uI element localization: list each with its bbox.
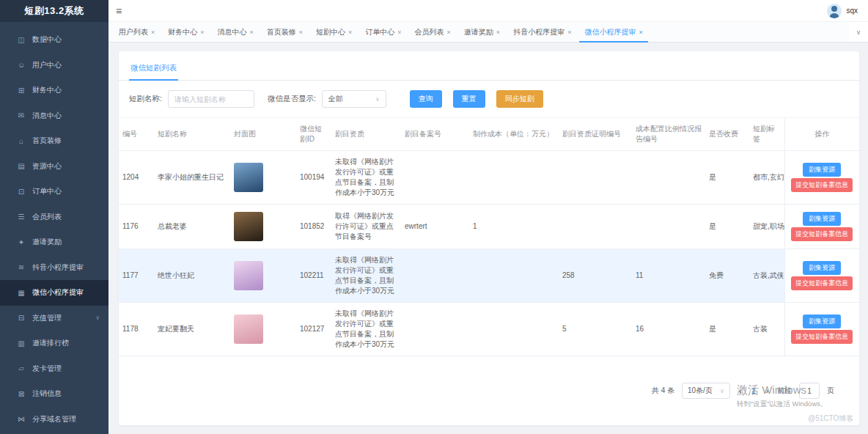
tab-label: 消息中心 (218, 27, 247, 37)
episodes-resource-button[interactable]: 剧集资源 (803, 261, 841, 275)
tab-用户列表[interactable]: 用户列表× (112, 22, 161, 42)
close-tab-icon[interactable]: × (348, 29, 352, 36)
episodes-resource-button[interactable]: 剧集资源 (803, 212, 841, 226)
page-number[interactable]: 1 (750, 387, 757, 395)
page-size-select[interactable]: 10条/页 ∨ (682, 383, 730, 399)
sidebar-item-member-list[interactable]: ☰会员列表 (0, 205, 108, 230)
tab-首页装修[interactable]: 首页装修× (260, 22, 309, 42)
card-icon: ▱ (16, 364, 26, 372)
tab-财务中心[interactable]: 财务中心× (161, 22, 210, 42)
sidebar-item-finance-center[interactable]: ⊞财务中心 (0, 78, 108, 103)
column-header: 剧目备案号 (401, 118, 469, 151)
drama-name-input[interactable] (168, 90, 254, 108)
cell (401, 303, 469, 356)
sidebar-item-invite-rank[interactable]: ▥邀请排行榜 (0, 331, 108, 356)
user-icon: ☺ (16, 61, 26, 69)
tab-label: 抖音小程序提审 (513, 27, 564, 37)
close-tab-icon[interactable]: × (151, 29, 155, 36)
close-tab-icon[interactable]: × (299, 29, 303, 36)
sidebar-item-label: 订单中心 (32, 186, 62, 196)
sidebar-item-label: 消息中心 (32, 111, 62, 121)
sidebar-item-wechat-review[interactable]: ▦微信小程序提审 (0, 280, 108, 306)
tab-邀请奖励[interactable]: 邀请奖励× (457, 22, 507, 42)
cover-image[interactable] (234, 261, 263, 290)
sync-drama-button[interactable]: 同步短剧 (496, 90, 543, 108)
user-menu[interactable]: sqx (827, 4, 858, 18)
column-header: 是否收费 (705, 118, 749, 151)
cell-cover (230, 205, 296, 249)
cell: 1204 (119, 151, 154, 205)
close-tab-icon[interactable]: × (397, 29, 401, 36)
tab-label: 用户列表 (119, 27, 148, 37)
sidebar-item-label: 发卡管理 (32, 364, 62, 374)
cell-cover (230, 303, 296, 356)
pagination: 共 4 条 10条/页 ∨ ‹ 1 › 前往 页 (652, 383, 834, 399)
close-tab-icon[interactable]: × (447, 29, 451, 36)
prev-page-icon[interactable]: ‹ (738, 387, 743, 395)
wechat-display-select[interactable]: 全部 ∨ (322, 90, 386, 108)
reset-button[interactable]: 重置 (453, 90, 485, 108)
sidebar-item-logout-info[interactable]: ⊠注销信息 (0, 381, 108, 407)
table-header-row: 编号短剧名称封面图微信短剧ID剧目资质剧目备案号制作成本（单位：万元）剧目资质证… (119, 118, 859, 151)
sidebar-item-label: 分享域名管理 (32, 414, 76, 424)
cover-image[interactable] (234, 163, 263, 192)
tab-label: 短剧中心 (316, 27, 345, 37)
close-tab-icon[interactable]: × (250, 29, 254, 36)
submit-filing-button[interactable]: 提交短剧备案信息 (791, 227, 853, 241)
sidebar-item-invite-reward[interactable]: ✦邀请奖励 (0, 229, 108, 255)
sidebar-item-resource-center[interactable]: ▤资源中心 (0, 154, 108, 180)
hamburger-menu-icon[interactable]: ≡ (116, 5, 122, 17)
sidebar-item-card-manage[interactable]: ▱发卡管理 (0, 356, 108, 382)
search-button[interactable]: 查询 (410, 90, 442, 108)
sidebar-item-user-center[interactable]: ☺用户中心 (0, 53, 108, 78)
tab-label: 微信小程序提审 (584, 27, 636, 37)
cell: 未取得《网络剧片发行许可证》或重点节目备案，且制作成本小于30万元 (331, 249, 401, 303)
panel-card: 微信短剧列表 短剧名称: 微信是否显示: 全部 ∨ 查询 重置 同步短剧 (119, 51, 859, 425)
submit-filing-button[interactable]: 提交短剧备案信息 (791, 178, 853, 192)
chevron-down-icon: ∨ (375, 96, 380, 103)
goto-page-input[interactable] (799, 383, 820, 399)
cover-image[interactable] (234, 315, 263, 344)
panel-tab-row: 微信短剧列表 (119, 51, 859, 81)
cell: 免费 (705, 249, 749, 303)
submit-filing-button[interactable]: 提交短剧备案信息 (791, 276, 853, 290)
cell: 是 (705, 205, 749, 249)
tab-会员列表[interactable]: 会员列表× (408, 22, 457, 42)
tab-消息中心[interactable]: 消息中心× (211, 22, 260, 42)
tab-抖音小程序提审[interactable]: 抖音小程序提审× (507, 22, 578, 42)
cell: 102127 (296, 303, 331, 356)
cell: 甜宠,职场 (749, 205, 784, 249)
close-tab-icon[interactable]: × (567, 29, 571, 36)
close-tab-icon[interactable]: × (639, 29, 642, 36)
tab-订单中心[interactable]: 订单中心× (358, 22, 408, 42)
sidebar-item-recharge-manage[interactable]: ⊟充值管理∨ (0, 306, 108, 331)
episodes-resource-button[interactable]: 剧集资源 (803, 315, 841, 328)
tab-bar: 用户列表×财务中心×消息中心×首页装修×短剧中心×订单中心×会员列表×邀请奖励×… (108, 22, 868, 43)
reward-icon: ✦ (16, 238, 26, 246)
inbox-icon: ⊠ (16, 390, 26, 398)
submit-filing-button[interactable]: 提交短剧备案信息 (791, 330, 853, 344)
close-tab-icon[interactable]: × (200, 29, 204, 36)
sidebar-item-home-decor[interactable]: ⌂首页装修 (0, 128, 108, 154)
column-header: 制作成本（单位：万元） (469, 118, 559, 151)
resource-icon: ▤ (16, 162, 26, 170)
total-count: 共 4 条 (652, 386, 674, 396)
tab-微信小程序提审[interactable]: 微信小程序提审× (578, 22, 649, 42)
tabbar-dropdown-icon[interactable]: ∨ (849, 22, 868, 42)
cell: 258 (559, 249, 632, 303)
next-page-icon[interactable]: › (765, 387, 770, 395)
close-tab-icon[interactable]: × (496, 29, 500, 36)
sidebar-item-order-center[interactable]: ⊡订单中心 (0, 179, 108, 205)
sidebar-item-data-center[interactable]: ◫数据中心 (0, 27, 108, 53)
sidebar-item-message-center[interactable]: ✉消息中心 (0, 103, 108, 129)
tab-wechat-drama-list[interactable]: 微信短剧列表 (129, 63, 178, 81)
cover-image[interactable] (234, 212, 263, 241)
username: sqx (846, 7, 858, 15)
sidebar-item-douyin-review[interactable]: ≋抖音小程序提审 (0, 255, 108, 281)
table-row: 1178宠妃要翻天102127未取得《网络剧片发行许可证》或重点节目备案，且制作… (119, 303, 859, 356)
tab-短剧中心[interactable]: 短剧中心× (309, 22, 358, 42)
episodes-resource-button[interactable]: 剧集资源 (803, 163, 841, 177)
sidebar-item-share-domain[interactable]: ⋈分享域名管理 (0, 407, 108, 433)
home-icon: ⌂ (16, 137, 26, 145)
chevron-down-icon: ∨ (720, 388, 724, 394)
